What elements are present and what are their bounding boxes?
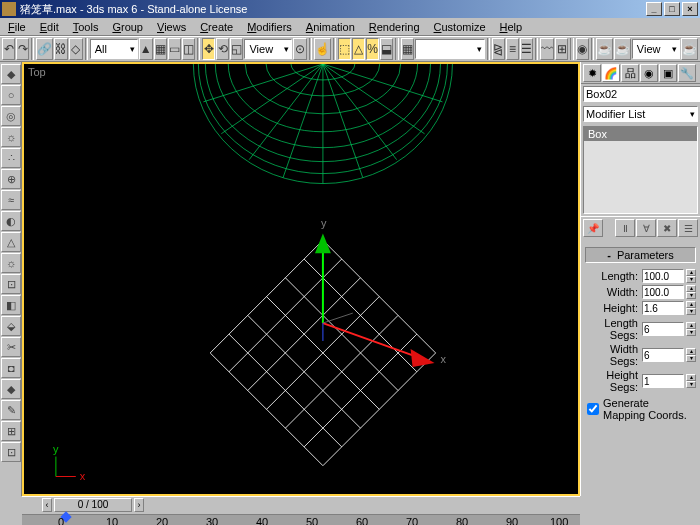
pin-stack-button[interactable]: 📌 bbox=[583, 219, 603, 237]
parameters-rollout-header[interactable]: Parameters bbox=[585, 247, 696, 263]
named-selection-sets[interactable] bbox=[415, 39, 485, 59]
stack-item-box[interactable]: Box bbox=[584, 127, 697, 141]
display-tab[interactable]: ▣ bbox=[659, 64, 677, 82]
schematic-button[interactable]: ⊞ bbox=[555, 38, 568, 60]
tab-item-18[interactable]: ⊞ bbox=[1, 421, 21, 441]
time-slider-next[interactable]: › bbox=[134, 498, 144, 512]
configure-sets-button[interactable]: ☰ bbox=[678, 219, 698, 237]
menu-edit[interactable]: Edit bbox=[34, 20, 65, 34]
hierarchy-tab[interactable]: 品 bbox=[621, 64, 639, 82]
tab-item-14[interactable]: ✂ bbox=[1, 337, 21, 357]
angle-snap-button[interactable]: △ bbox=[352, 38, 365, 60]
show-end-result-button[interactable]: Ⅱ bbox=[615, 219, 635, 237]
menu-tools[interactable]: Tools bbox=[67, 20, 105, 34]
minimize-button[interactable]: _ bbox=[646, 2, 662, 16]
length-input[interactable] bbox=[642, 269, 684, 283]
menu-modifiers[interactable]: Modifiers bbox=[241, 20, 298, 34]
length-spinner[interactable]: ▴▾ bbox=[686, 269, 696, 283]
spinner-snap-button[interactable]: ⬓ bbox=[380, 38, 393, 60]
material-editor-button[interactable]: ◉ bbox=[576, 38, 589, 60]
close-button[interactable]: × bbox=[682, 2, 698, 16]
percent-snap-button[interactable]: % bbox=[366, 38, 379, 60]
menu-help[interactable]: Help bbox=[494, 20, 529, 34]
render-last-button[interactable]: ☕ bbox=[681, 38, 698, 60]
time-slider-prev[interactable]: ‹ bbox=[42, 498, 52, 512]
menu-customize[interactable]: Customize bbox=[428, 20, 492, 34]
quick-render-button[interactable]: ☕ bbox=[614, 38, 631, 60]
utilities-tab[interactable]: 🔧 bbox=[678, 64, 696, 82]
tab-objects-icon[interactable]: ◆ bbox=[1, 64, 21, 84]
viewport[interactable]: Top bbox=[22, 62, 580, 496]
height-spinner[interactable]: ▴▾ bbox=[686, 301, 696, 315]
tab-item-17[interactable]: ✎ bbox=[1, 400, 21, 420]
width-input[interactable] bbox=[642, 285, 684, 299]
tab-item-15[interactable]: ◘ bbox=[1, 358, 21, 378]
tab-modeling-icon[interactable]: △ bbox=[1, 232, 21, 252]
time-slider[interactable]: 0 / 100 bbox=[54, 498, 132, 512]
undo-button[interactable]: ↶ bbox=[2, 38, 15, 60]
align-button[interactable]: ≡ bbox=[506, 38, 519, 60]
time-ruler[interactable]: 0 10 20 30 40 50 60 70 80 90 100 bbox=[22, 514, 580, 525]
menu-file[interactable]: File bbox=[2, 20, 32, 34]
redo-button[interactable]: ↷ bbox=[16, 38, 29, 60]
lsegs-spinner[interactable]: ▴▾ bbox=[686, 322, 696, 336]
tab-helpers-icon[interactable]: ⊕ bbox=[1, 169, 21, 189]
snap-toggle-button[interactable]: ⬚ bbox=[338, 38, 351, 60]
tab-rendering-icon[interactable]: ☼ bbox=[1, 253, 21, 273]
modifier-stack[interactable]: Box bbox=[583, 126, 698, 214]
remove-modifier-button[interactable]: ✖ bbox=[657, 219, 677, 237]
maximize-button[interactable]: □ bbox=[664, 2, 680, 16]
height-input[interactable] bbox=[642, 301, 684, 315]
select-move-button[interactable]: ✥ bbox=[202, 38, 215, 60]
tab-item-16[interactable]: ◆ bbox=[1, 379, 21, 399]
render-scene-button[interactable]: ☕ bbox=[596, 38, 613, 60]
tab-compounds-icon[interactable]: ◎ bbox=[1, 106, 21, 126]
create-tab[interactable]: ✹ bbox=[583, 64, 601, 82]
hsegs-spinner[interactable]: ▴▾ bbox=[686, 374, 696, 388]
selection-filter[interactable]: All bbox=[90, 39, 138, 59]
unlink-button[interactable]: ⛓ bbox=[54, 38, 68, 60]
select-object-button[interactable]: ▲ bbox=[139, 38, 153, 60]
select-region-button[interactable]: ▭ bbox=[168, 38, 181, 60]
lsegs-input[interactable] bbox=[642, 322, 684, 336]
width-spinner[interactable]: ▴▾ bbox=[686, 285, 696, 299]
modifier-list-dropdown[interactable]: Modifier List bbox=[583, 106, 698, 122]
mirror-button[interactable]: ⧎ bbox=[492, 38, 505, 60]
tab-item-12[interactable]: ◧ bbox=[1, 295, 21, 315]
tab-item-19[interactable]: ⊡ bbox=[1, 442, 21, 462]
menu-group[interactable]: Group bbox=[106, 20, 149, 34]
tab-item-13[interactable]: ⬙ bbox=[1, 316, 21, 336]
curve-editor-button[interactable]: 〰 bbox=[540, 38, 554, 60]
tab-modifiers-icon[interactable]: ◐ bbox=[1, 211, 21, 231]
make-unique-button[interactable]: ∀ bbox=[636, 219, 656, 237]
named-sel-button[interactable]: ▦ bbox=[401, 38, 414, 60]
menu-animation[interactable]: Animation bbox=[300, 20, 361, 34]
tab-item-11[interactable]: ⊡ bbox=[1, 274, 21, 294]
window-crossing-button[interactable]: ◫ bbox=[182, 38, 195, 60]
link-button[interactable]: 🔗 bbox=[36, 38, 53, 60]
tab-particles-icon[interactable]: ∴ bbox=[1, 148, 21, 168]
tab-shapes-icon[interactable]: ○ bbox=[1, 85, 21, 105]
modify-tab[interactable]: 🌈 bbox=[602, 64, 620, 82]
select-rotate-button[interactable]: ⟲ bbox=[216, 38, 229, 60]
select-name-button[interactable]: ▦ bbox=[154, 38, 167, 60]
select-manipulate-button[interactable]: ☝ bbox=[314, 38, 331, 60]
motion-tab[interactable]: ◉ bbox=[640, 64, 658, 82]
select-scale-button[interactable]: ◱ bbox=[230, 38, 243, 60]
time-slider-track[interactable]: ‹ 0 / 100 › bbox=[22, 496, 580, 514]
gen-mapping-checkbox[interactable] bbox=[587, 403, 599, 415]
tab-spacewarps-icon[interactable]: ≈ bbox=[1, 190, 21, 210]
hsegs-input[interactable] bbox=[642, 374, 684, 388]
menu-views[interactable]: Views bbox=[151, 20, 192, 34]
tab-lights-icon[interactable]: ☼ bbox=[1, 127, 21, 147]
wsegs-input[interactable] bbox=[642, 348, 684, 362]
viewport-canvas[interactable]: y x y x bbox=[24, 64, 578, 496]
wsegs-spinner[interactable]: ▴▾ bbox=[686, 348, 696, 362]
menu-rendering[interactable]: Rendering bbox=[363, 20, 426, 34]
center-pivot-button[interactable]: ⊙ bbox=[293, 38, 306, 60]
object-name-field[interactable] bbox=[583, 86, 700, 102]
bind-button[interactable]: ◇ bbox=[69, 38, 82, 60]
render-type[interactable]: View bbox=[632, 39, 680, 59]
ref-coord-system[interactable]: View bbox=[244, 39, 292, 59]
menu-create[interactable]: Create bbox=[194, 20, 239, 34]
